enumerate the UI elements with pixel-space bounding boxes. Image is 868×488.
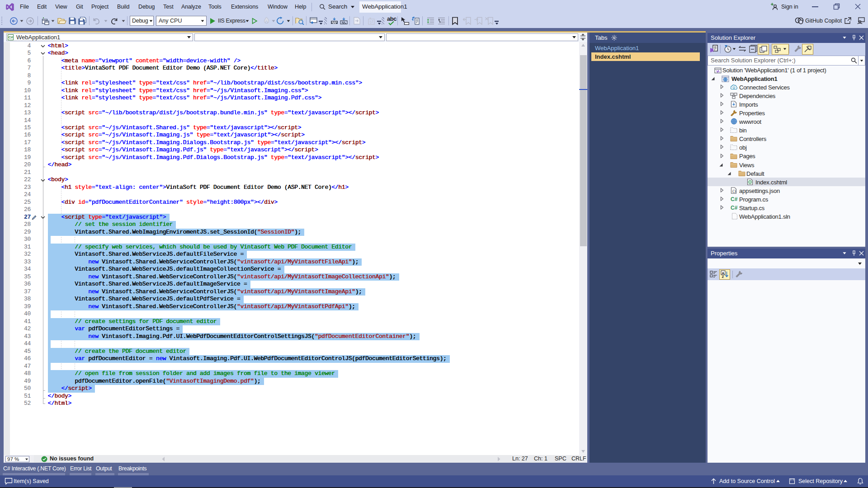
- svg-text:{}: {}: [732, 189, 736, 193]
- svg-text:Z: Z: [722, 275, 724, 278]
